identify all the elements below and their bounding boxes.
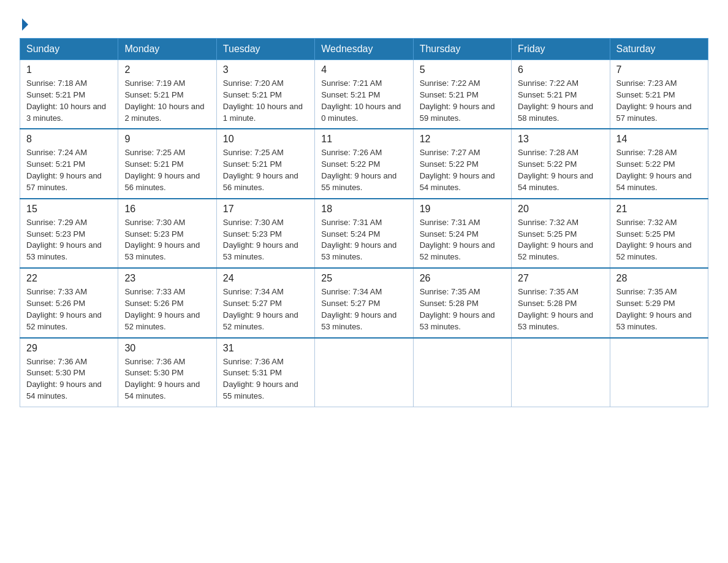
day-info: Sunrise: 7:33 AMSunset: 5:26 PMDaylight:… bbox=[26, 286, 112, 332]
day-number: 30 bbox=[124, 343, 210, 354]
calendar-cell bbox=[413, 338, 511, 407]
day-info: Sunrise: 7:36 AMSunset: 5:30 PMDaylight:… bbox=[26, 356, 112, 402]
calendar-cell: 3Sunrise: 7:20 AMSunset: 5:21 PMDaylight… bbox=[216, 60, 314, 129]
week-row-2: 8Sunrise: 7:24 AMSunset: 5:21 PMDaylight… bbox=[20, 129, 708, 198]
day-info: Sunrise: 7:21 AMSunset: 5:21 PMDaylight:… bbox=[321, 78, 406, 124]
logo-triangle-icon bbox=[22, 18, 28, 31]
week-row-1: 1Sunrise: 7:18 AMSunset: 5:21 PMDaylight… bbox=[20, 60, 708, 129]
calendar-cell: 5Sunrise: 7:22 AMSunset: 5:21 PMDaylight… bbox=[413, 60, 511, 129]
calendar-cell: 10Sunrise: 7:25 AMSunset: 5:21 PMDayligh… bbox=[216, 129, 314, 198]
day-info: Sunrise: 7:20 AMSunset: 5:21 PMDaylight:… bbox=[223, 78, 308, 124]
calendar-cell: 22Sunrise: 7:33 AMSunset: 5:26 PMDayligh… bbox=[20, 268, 118, 337]
day-info: Sunrise: 7:34 AMSunset: 5:27 PMDaylight:… bbox=[223, 286, 308, 332]
weekday-header-monday: Monday bbox=[118, 39, 216, 60]
logo bbox=[20, 18, 28, 32]
day-number: 8 bbox=[26, 134, 112, 145]
day-info: Sunrise: 7:27 AMSunset: 5:22 PMDaylight:… bbox=[420, 147, 505, 193]
day-info: Sunrise: 7:26 AMSunset: 5:22 PMDaylight:… bbox=[321, 147, 406, 193]
day-number: 16 bbox=[124, 204, 210, 215]
day-number: 18 bbox=[321, 204, 406, 215]
day-info: Sunrise: 7:35 AMSunset: 5:28 PMDaylight:… bbox=[518, 286, 603, 332]
day-number: 7 bbox=[616, 64, 702, 75]
day-info: Sunrise: 7:23 AMSunset: 5:21 PMDaylight:… bbox=[616, 78, 702, 124]
week-row-4: 22Sunrise: 7:33 AMSunset: 5:26 PMDayligh… bbox=[20, 268, 708, 337]
calendar-cell: 18Sunrise: 7:31 AMSunset: 5:24 PMDayligh… bbox=[315, 199, 413, 268]
week-row-3: 15Sunrise: 7:29 AMSunset: 5:23 PMDayligh… bbox=[20, 199, 708, 268]
day-info: Sunrise: 7:22 AMSunset: 5:21 PMDaylight:… bbox=[420, 78, 505, 124]
day-info: Sunrise: 7:22 AMSunset: 5:21 PMDaylight:… bbox=[518, 78, 603, 124]
day-info: Sunrise: 7:33 AMSunset: 5:26 PMDaylight:… bbox=[124, 286, 210, 332]
day-info: Sunrise: 7:32 AMSunset: 5:25 PMDaylight:… bbox=[616, 217, 702, 263]
calendar-cell: 4Sunrise: 7:21 AMSunset: 5:21 PMDaylight… bbox=[315, 60, 413, 129]
day-number: 23 bbox=[124, 273, 210, 284]
day-info: Sunrise: 7:28 AMSunset: 5:22 PMDaylight:… bbox=[616, 147, 702, 193]
calendar-cell: 13Sunrise: 7:28 AMSunset: 5:22 PMDayligh… bbox=[512, 129, 610, 198]
calendar-cell bbox=[512, 338, 610, 407]
weekday-header-tuesday: Tuesday bbox=[216, 39, 314, 60]
day-number: 22 bbox=[26, 273, 112, 284]
week-row-5: 29Sunrise: 7:36 AMSunset: 5:30 PMDayligh… bbox=[20, 338, 708, 407]
calendar-cell: 6Sunrise: 7:22 AMSunset: 5:21 PMDaylight… bbox=[512, 60, 610, 129]
calendar-cell bbox=[315, 338, 413, 407]
calendar-cell: 24Sunrise: 7:34 AMSunset: 5:27 PMDayligh… bbox=[216, 268, 314, 337]
day-number: 1 bbox=[26, 64, 112, 75]
day-info: Sunrise: 7:30 AMSunset: 5:23 PMDaylight:… bbox=[223, 217, 308, 263]
day-number: 20 bbox=[518, 204, 603, 215]
day-info: Sunrise: 7:31 AMSunset: 5:24 PMDaylight:… bbox=[321, 217, 406, 263]
calendar-cell: 29Sunrise: 7:36 AMSunset: 5:30 PMDayligh… bbox=[20, 338, 118, 407]
calendar-cell: 8Sunrise: 7:24 AMSunset: 5:21 PMDaylight… bbox=[20, 129, 118, 198]
weekday-header-row: SundayMondayTuesdayWednesdayThursdayFrid… bbox=[20, 39, 708, 60]
day-info: Sunrise: 7:35 AMSunset: 5:28 PMDaylight:… bbox=[420, 286, 505, 332]
calendar-cell: 26Sunrise: 7:35 AMSunset: 5:28 PMDayligh… bbox=[413, 268, 511, 337]
day-number: 15 bbox=[26, 204, 112, 215]
calendar-cell: 23Sunrise: 7:33 AMSunset: 5:26 PMDayligh… bbox=[118, 268, 216, 337]
day-number: 28 bbox=[616, 273, 702, 284]
calendar-cell: 25Sunrise: 7:34 AMSunset: 5:27 PMDayligh… bbox=[315, 268, 413, 337]
day-info: Sunrise: 7:28 AMSunset: 5:22 PMDaylight:… bbox=[518, 147, 603, 193]
day-info: Sunrise: 7:29 AMSunset: 5:23 PMDaylight:… bbox=[26, 217, 112, 263]
calendar-cell: 31Sunrise: 7:36 AMSunset: 5:31 PMDayligh… bbox=[216, 338, 314, 407]
day-number: 27 bbox=[518, 273, 603, 284]
day-number: 17 bbox=[223, 204, 308, 215]
calendar-cell: 20Sunrise: 7:32 AMSunset: 5:25 PMDayligh… bbox=[512, 199, 610, 268]
calendar-cell: 28Sunrise: 7:35 AMSunset: 5:29 PMDayligh… bbox=[610, 268, 708, 337]
calendar-cell: 17Sunrise: 7:30 AMSunset: 5:23 PMDayligh… bbox=[216, 199, 314, 268]
calendar-cell: 21Sunrise: 7:32 AMSunset: 5:25 PMDayligh… bbox=[610, 199, 708, 268]
calendar-cell: 30Sunrise: 7:36 AMSunset: 5:30 PMDayligh… bbox=[118, 338, 216, 407]
day-number: 6 bbox=[518, 64, 603, 75]
day-info: Sunrise: 7:18 AMSunset: 5:21 PMDaylight:… bbox=[26, 78, 112, 124]
day-info: Sunrise: 7:24 AMSunset: 5:21 PMDaylight:… bbox=[26, 147, 112, 193]
day-info: Sunrise: 7:36 AMSunset: 5:31 PMDaylight:… bbox=[223, 356, 308, 402]
day-number: 21 bbox=[616, 204, 702, 215]
day-number: 11 bbox=[321, 134, 406, 145]
day-number: 2 bbox=[124, 64, 210, 75]
logo-blue-row bbox=[20, 18, 28, 32]
day-info: Sunrise: 7:19 AMSunset: 5:21 PMDaylight:… bbox=[124, 78, 210, 124]
day-number: 10 bbox=[223, 134, 308, 145]
day-info: Sunrise: 7:36 AMSunset: 5:30 PMDaylight:… bbox=[124, 356, 210, 402]
day-number: 9 bbox=[124, 134, 210, 145]
day-number: 13 bbox=[518, 134, 603, 145]
calendar-cell: 15Sunrise: 7:29 AMSunset: 5:23 PMDayligh… bbox=[20, 199, 118, 268]
calendar-cell: 1Sunrise: 7:18 AMSunset: 5:21 PMDaylight… bbox=[20, 60, 118, 129]
day-number: 31 bbox=[223, 343, 308, 354]
day-number: 12 bbox=[420, 134, 505, 145]
calendar-cell: 27Sunrise: 7:35 AMSunset: 5:28 PMDayligh… bbox=[512, 268, 610, 337]
calendar-cell: 12Sunrise: 7:27 AMSunset: 5:22 PMDayligh… bbox=[413, 129, 511, 198]
day-info: Sunrise: 7:25 AMSunset: 5:21 PMDaylight:… bbox=[124, 147, 210, 193]
calendar-cell: 14Sunrise: 7:28 AMSunset: 5:22 PMDayligh… bbox=[610, 129, 708, 198]
calendar-cell: 2Sunrise: 7:19 AMSunset: 5:21 PMDaylight… bbox=[118, 60, 216, 129]
calendar-cell bbox=[610, 338, 708, 407]
calendar-cell: 19Sunrise: 7:31 AMSunset: 5:24 PMDayligh… bbox=[413, 199, 511, 268]
day-number: 19 bbox=[420, 204, 505, 215]
calendar-cell: 11Sunrise: 7:26 AMSunset: 5:22 PMDayligh… bbox=[315, 129, 413, 198]
calendar-cell: 16Sunrise: 7:30 AMSunset: 5:23 PMDayligh… bbox=[118, 199, 216, 268]
day-info: Sunrise: 7:35 AMSunset: 5:29 PMDaylight:… bbox=[616, 286, 702, 332]
weekday-header-saturday: Saturday bbox=[610, 39, 708, 60]
day-number: 4 bbox=[321, 64, 406, 75]
calendar-cell: 7Sunrise: 7:23 AMSunset: 5:21 PMDaylight… bbox=[610, 60, 708, 129]
day-number: 25 bbox=[321, 273, 406, 284]
day-info: Sunrise: 7:31 AMSunset: 5:24 PMDaylight:… bbox=[420, 217, 505, 263]
weekday-header-friday: Friday bbox=[512, 39, 610, 60]
page-header bbox=[20, 15, 708, 32]
